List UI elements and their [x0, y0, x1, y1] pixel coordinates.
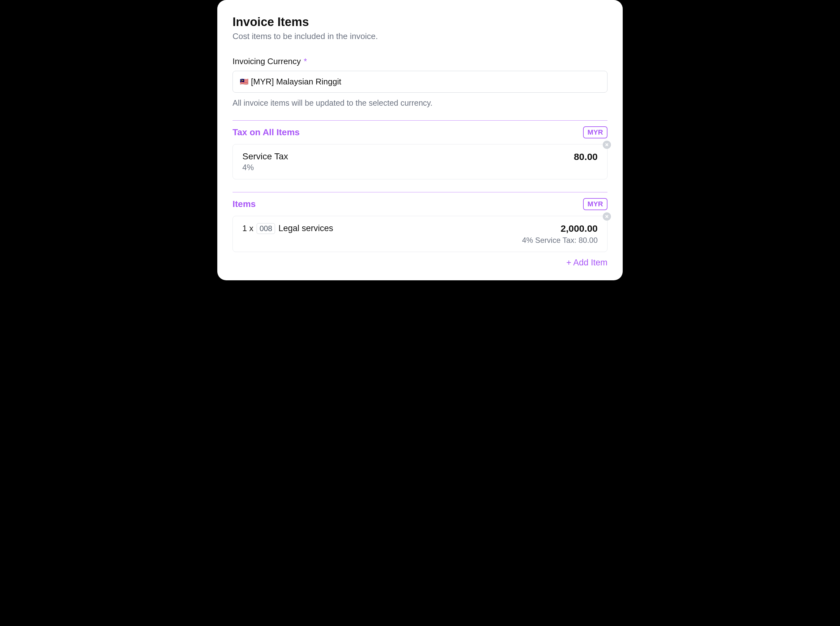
- tax-rate: 4%: [242, 163, 288, 172]
- section-divider: [233, 120, 607, 121]
- tax-section-header: Tax on All Items MYR: [233, 126, 607, 138]
- add-item-button[interactable]: + Add Item: [566, 258, 607, 268]
- currency-field: Invoicing Currency * 🇲🇾 [MYR] Malaysian …: [233, 56, 607, 108]
- currency-select[interactable]: 🇲🇾 [MYR] Malaysian Ringgit: [233, 71, 607, 93]
- flag-icon: 🇲🇾: [240, 78, 248, 86]
- page-subtitle: Cost items to be included in the invoice…: [233, 31, 607, 41]
- invoice-items-panel: Invoice Items Cost items to be included …: [217, 0, 623, 280]
- item-description: Legal services: [278, 224, 333, 233]
- plus-icon: +: [566, 258, 571, 268]
- close-icon: [605, 214, 609, 218]
- tax-currency-badge: MYR: [583, 126, 607, 138]
- required-marker: *: [304, 56, 307, 66]
- currency-value: [MYR] Malaysian Ringgit: [251, 77, 341, 87]
- item-qty: 1 x: [242, 224, 253, 233]
- item-amount: 2,000.00: [522, 223, 598, 234]
- section-divider: [233, 192, 607, 192]
- item-tax-line: 4% Service Tax: 80.00: [522, 236, 598, 245]
- add-item-row: + Add Item: [233, 258, 607, 268]
- currency-label-text: Invoicing Currency: [233, 56, 301, 66]
- items-currency-badge: MYR: [583, 198, 607, 210]
- items-section-header: Items MYR: [233, 198, 607, 210]
- tax-section-title: Tax on All Items: [233, 127, 300, 138]
- remove-tax-button[interactable]: [603, 141, 611, 149]
- close-icon: [605, 143, 609, 147]
- add-item-label: Add Item: [573, 258, 607, 268]
- tax-name: Service Tax: [242, 152, 288, 161]
- currency-label: Invoicing Currency *: [233, 56, 607, 66]
- currency-help-text: All invoice items will be updated to the…: [233, 99, 607, 108]
- item-card[interactable]: 1 x 008 Legal services 2,000.00 4% Servi…: [233, 216, 607, 252]
- items-section-title: Items: [233, 199, 256, 209]
- tax-card[interactable]: Service Tax 4% 80.00: [233, 144, 607, 179]
- remove-item-button[interactable]: [603, 212, 611, 221]
- item-code-badge: 008: [257, 223, 275, 234]
- tax-amount: 80.00: [574, 152, 598, 162]
- page-title: Invoice Items: [233, 15, 607, 29]
